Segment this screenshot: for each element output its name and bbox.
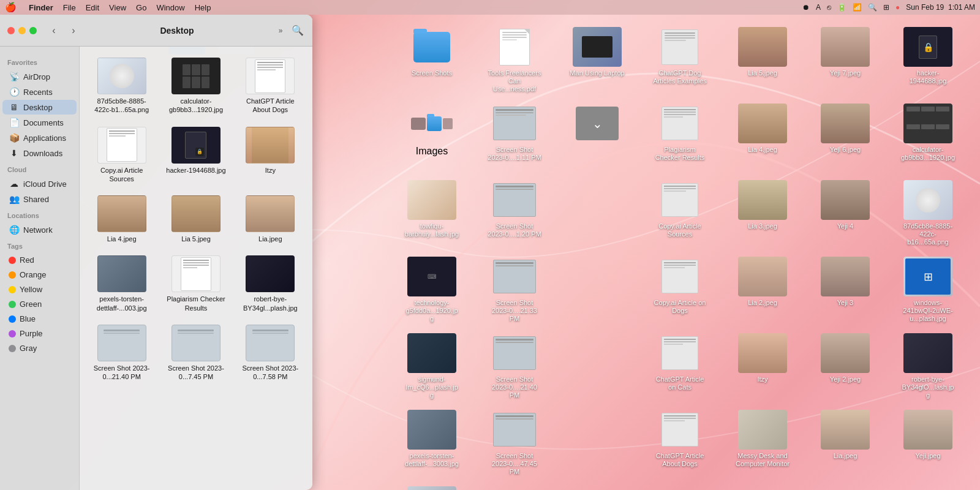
menubar-controlcenter[interactable]: ⊞ — [883, 3, 889, 12]
desktop-icon-yeji6[interactable]: Yeji 6.jpeg — [805, 104, 885, 177]
back-button[interactable]: ‹ — [47, 23, 61, 38]
sidebar-item-label: AirDrop — [23, 72, 50, 81]
maximize-button[interactable] — [29, 27, 37, 34]
menubar-file[interactable]: File — [63, 3, 76, 12]
desktop-icon-screenshots[interactable]: Screen Shots — [392, 27, 472, 100]
menubar-edit[interactable]: Edit — [86, 3, 99, 12]
desktop-icon-ss-2[interactable]: Screen Shot 2023-0....1.20 PM — [475, 180, 554, 254]
file-item-chatgpt-dogs-article[interactable]: ChatGPT Article About Dogs — [236, 54, 305, 118]
desktop-icon-ss-5[interactable]: Screen Shot 2023-0....47.45 PM — [475, 410, 554, 483]
desktop-icon-lia3[interactable]: Lia 3.jpeg — [723, 180, 802, 254]
file-item-copyai-sources[interactable]: Copy.ai Article Sources — [87, 123, 156, 187]
menubar-search[interactable]: 🔍 — [868, 3, 877, 12]
menubar-bluetooth[interactable]: ⎋ — [827, 3, 831, 12]
desktop-icon-ss-1[interactable]: Screen Shot 2023-0....1.11 PM — [475, 104, 554, 177]
file-item-hacker[interactable]: 🔒 hacker-1944688.jpg — [161, 123, 230, 187]
file-item-lia4[interactable]: Lia 4.jpeg — [87, 192, 156, 247]
desktop-icon-yeji-jpeg[interactable]: Yeji.jpeg — [888, 410, 968, 483]
finder-body: Favorites 📡 AirDrop 🕐 Recents 🖥 Desktop … — [0, 47, 312, 490]
sidebar-tag-blue[interactable]: Blue — [2, 312, 77, 326]
sidebar-tag-yellow[interactable]: Yellow — [2, 282, 77, 296]
file-item-ss-2140[interactable]: Screen Shot 2023-0...21.40 PM — [87, 321, 156, 385]
desktop-icon-hacker[interactable]: 🔒 hacker-1944688.jpg — [888, 27, 968, 100]
menubar-go[interactable]: Go — [136, 3, 146, 12]
desktop-icon-copyai-sources[interactable]: Copy.ai Article Sources — [640, 180, 720, 254]
forward-button[interactable]: › — [66, 23, 81, 38]
sidebar-item-network[interactable]: 🌐 Network — [2, 222, 77, 237]
sidebar-item-label: Red — [20, 255, 34, 265]
sidebar-item-icloud[interactable]: ☁ iCloud Drive — [2, 176, 77, 191]
sidebar-item-desktop[interactable]: 🖥 Desktop — [2, 100, 77, 115]
close-button[interactable] — [7, 27, 15, 34]
sidebar-item-label: Recents — [23, 88, 53, 97]
shared-icon: 👥 — [9, 194, 20, 204]
desktop-icon-chatgpt-dogs2[interactable]: ChatGPT Article About Dogs — [640, 410, 720, 483]
recents-icon: 🕐 — [9, 87, 20, 97]
file-item-itzy[interactable]: Itzy — [236, 123, 305, 187]
desktop-icon-tools-pdf[interactable]: Tools Freelancers Can Use...ness.pdf — [475, 27, 554, 100]
file-item-lia5[interactable]: Lia 5.jpeg — [161, 192, 230, 247]
desktop-icon-lia4[interactable]: Lia 4.jpeg — [723, 104, 802, 177]
file-item-robert-bye[interactable]: robert-bye-BY34gl...plash.jpg — [236, 252, 305, 316]
file-item-pexels-torsten[interactable]: pexels-torsten-dettlaff-...003.jpg — [87, 252, 156, 316]
desktop-icon-87d5[interactable]: 87d5cb8e-8885-422c-b16...65a.png — [888, 180, 968, 254]
desktop-icon-calculator[interactable]: calculator-gb9bb3...1920.jpg — [888, 104, 968, 177]
desktop-icon-pexels-brett[interactable]: pexels-brett-sayles-4...335.jpg — [392, 486, 472, 490]
sidebar-item-shared[interactable]: 👥 Shared — [2, 192, 77, 206]
menubar-battery[interactable]: 🔋 — [837, 3, 846, 12]
desktop-icon-technology[interactable]: ⌨ technology-g5fdd0a...1920.jpg — [392, 257, 472, 330]
desktop-icon-yeji4[interactable]: Yeji 4 — [805, 180, 885, 254]
search-button[interactable]: 🔍 — [290, 23, 305, 38]
desktop-icon-ss-4[interactable]: Screen Shot 2023-0....21.40 PM — [475, 333, 554, 407]
desktop-icon-chevron-down[interactable]: ⌄ — [557, 104, 637, 177]
menubar-view[interactable]: View — [109, 3, 126, 12]
file-item-ss-745[interactable]: Screen Shot 2023-0...7.45 PM — [161, 321, 230, 385]
sidebar-item-downloads[interactable]: ⬇ Downloads — [2, 146, 77, 160]
desktop-icon-yeji2[interactable]: Yeji 2.jpeg — [805, 333, 885, 407]
desktop-icon-plagiarism[interactable]: Plagiarism Checker Results — [640, 104, 720, 177]
file-item-87d5[interactable]: 87d5cb8e-8885-422c-b1...65a.png — [87, 54, 156, 118]
desktop-icon-towfiqu[interactable]: towfiqu-barbhuiy...lash.jpg — [392, 180, 472, 254]
desktop-icon-lia-jpeg[interactable]: Lia.jpeg — [805, 410, 885, 483]
file-item-plagiarism[interactable]: Plagiarism Checker Results — [161, 252, 230, 316]
icloud-icon: ☁ — [9, 179, 20, 189]
menubar-help[interactable]: Help — [195, 3, 211, 12]
desktop-icon-yeji7[interactable]: Yeji 7.jpeg — [805, 27, 885, 100]
desktop-icon-copyai-dogs[interactable]: Copy.ai Article on Dogs — [640, 257, 720, 330]
desktop-icon-windows[interactable]: ⊞ windows-241bwQI-2uWE-u...plash.jpg — [888, 257, 968, 330]
expand-button[interactable]: » — [273, 23, 288, 38]
file-item-lia[interactable]: Lia.jpeg — [236, 192, 305, 247]
desktop-icon-pexels-torsten[interactable]: pexels-torsten-dettlaff-...3003.jpg — [392, 410, 472, 483]
desktop-icon-images[interactable]: Images — [392, 104, 472, 177]
menubar-wifi[interactable]: 📶 — [853, 3, 862, 12]
file-item-ss-758[interactable]: Screen Shot 2023-0...7.58 PM — [236, 321, 305, 385]
sidebar-tag-gray[interactable]: Gray — [2, 341, 77, 355]
sidebar-tag-orange[interactable]: Orange — [2, 268, 77, 282]
desktop-icon-itzy[interactable]: Itzy — [723, 333, 802, 407]
desktop-icon-lia5[interactable]: Lia 5.jpeg — [723, 27, 802, 100]
desktop-icon-robert-bye[interactable]: robert-bye-BY34glO...lash.jpg — [888, 333, 968, 407]
menubar-siri[interactable]: ● — [895, 3, 900, 12]
sidebar-item-applications[interactable]: 📦 Applications — [2, 130, 77, 145]
desktop-icon-chatgpt-cats[interactable]: ChatGPT Article on Cats — [640, 333, 720, 407]
desktop-icon-man-laptop[interactable]: Man Using Laptop — [557, 27, 637, 100]
desktop-icon-messy-desk[interactable]: Messy Desk and Computer Monitor — [723, 410, 802, 483]
sidebar-tag-purple[interactable]: Purple — [2, 326, 77, 341]
sidebar-item-airdrop[interactable]: 📡 AirDrop — [2, 69, 77, 84]
desktop-icon-chatgpt-dog-articles[interactable]: ChatGPT Dog Articles Examples — [640, 27, 720, 100]
network-icon: 🌐 — [9, 225, 20, 235]
desktop-icon-ss-3[interactable]: Screen Shot 2023-0....21.33 PM — [475, 257, 554, 330]
minimize-button[interactable] — [18, 27, 26, 34]
sidebar-item-documents[interactable]: 📄 Documents — [2, 115, 77, 130]
desktop-icon-sigmund[interactable]: sigmund-Im_cQ6...plash.jpg — [392, 333, 472, 407]
sidebar-tag-red[interactable]: Red — [2, 253, 77, 267]
menubar-window[interactable]: Window — [156, 3, 184, 12]
desktop-icon-yeji3[interactable]: Yeji 3 — [805, 257, 885, 330]
sidebar-tag-green[interactable]: Green — [2, 297, 77, 311]
sidebar-item-recents[interactable]: 🕐 Recents — [2, 85, 77, 99]
gray-tag-icon — [9, 345, 16, 352]
desktop-icon-lia2[interactable]: Lia 2.jpeg — [723, 257, 802, 330]
menubar-app-name[interactable]: Finder — [29, 3, 53, 12]
file-item-calculator[interactable]: calculator-gb9bb3...1920.jpg — [161, 54, 230, 118]
apple-menu[interactable]: 🍎 — [5, 2, 17, 13]
